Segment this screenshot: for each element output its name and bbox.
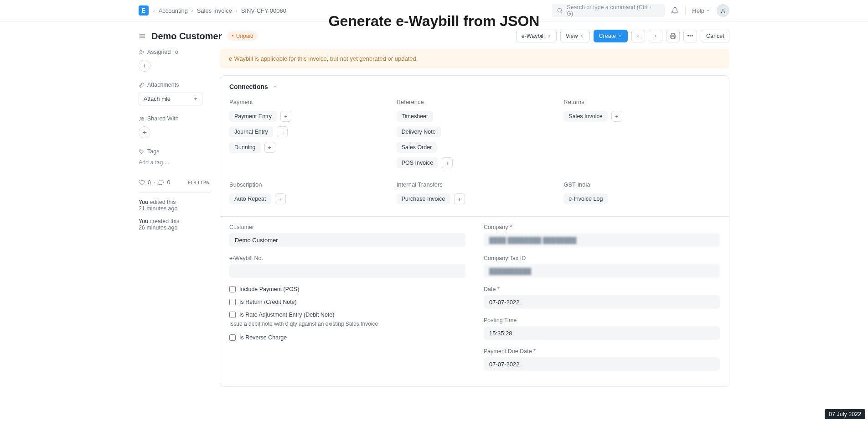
shared-with-label: Shared With bbox=[139, 115, 210, 122]
connection-chip[interactable]: Journal Entry bbox=[229, 126, 273, 137]
view-dropdown[interactable]: View bbox=[560, 30, 590, 42]
connection-group-title: GST India bbox=[563, 181, 720, 188]
breadcrumb-doc-id[interactable]: SINV-CFY-00060 bbox=[241, 7, 286, 14]
connection-group: GST Indiae-Invoice Log bbox=[563, 181, 720, 209]
connection-add-button[interactable]: + bbox=[611, 111, 622, 122]
cancel-button[interactable]: Cancel bbox=[701, 30, 729, 42]
connection-chip[interactable]: Auto Repeat bbox=[229, 193, 271, 204]
page-title: Demo Customer bbox=[151, 31, 222, 42]
connection-chip[interactable]: Delivery Note bbox=[397, 126, 441, 137]
connection-chip[interactable]: Sales Order bbox=[397, 142, 437, 153]
ewaybill-no-field[interactable] bbox=[229, 264, 465, 278]
heart-icon[interactable] bbox=[139, 179, 145, 186]
tag-icon bbox=[139, 149, 145, 155]
chevron-down-icon bbox=[706, 8, 710, 13]
history-entry: You edited this21 minutes ago bbox=[139, 199, 210, 212]
chevron-right-icon bbox=[653, 33, 658, 39]
status-badge: Unpaid bbox=[227, 31, 258, 41]
is-reverse-charge-checkbox[interactable] bbox=[229, 334, 236, 341]
connection-chip[interactable]: Timesheet bbox=[397, 111, 433, 122]
is-return-checkbox[interactable] bbox=[229, 299, 236, 305]
connection-group: PaymentPayment Entry+Journal Entry+Dunni… bbox=[229, 99, 386, 173]
payment-due-date-field[interactable]: 07-07-2022 bbox=[484, 357, 720, 371]
rate-adjustment-helper: Issue a debit note with 0 qty against an… bbox=[229, 321, 465, 327]
sidebar-toggle-icon[interactable] bbox=[139, 32, 146, 40]
global-search[interactable]: Search or type a command (Ctrl + G) bbox=[552, 4, 665, 17]
connection-group: ReferenceTimesheetDelivery NoteSales Ord… bbox=[397, 99, 553, 173]
connection-add-button[interactable]: + bbox=[442, 157, 453, 168]
connection-chip[interactable]: e-Invoice Log bbox=[563, 193, 608, 204]
svg-rect-5 bbox=[672, 36, 675, 39]
alert-banner: e-Waybill is applicable for this invoice… bbox=[220, 49, 729, 68]
notifications-icon[interactable] bbox=[671, 7, 679, 15]
connection-chip[interactable]: Dunning bbox=[229, 142, 261, 153]
company-field[interactable]: ████ ████████ ████████ bbox=[484, 233, 720, 247]
breadcrumb-accounting[interactable]: Accounting bbox=[159, 7, 188, 14]
include-payment-label: Include Payment (POS) bbox=[239, 286, 299, 292]
chevron-up-icon bbox=[273, 84, 278, 89]
connection-group: ReturnsSales Invoice+ bbox=[563, 99, 720, 173]
connection-group-title: Payment bbox=[229, 99, 386, 105]
connection-chip[interactable]: POS Invoice bbox=[397, 157, 438, 168]
company-tax-id-field[interactable]: ██████████ bbox=[484, 264, 720, 278]
brand-logo[interactable]: E bbox=[139, 5, 149, 16]
add-share-button[interactable]: + bbox=[139, 126, 150, 138]
connection-chip[interactable]: Sales Invoice bbox=[563, 111, 607, 122]
date-field[interactable]: 07-07-2022 bbox=[484, 295, 720, 309]
ewaybill-dropdown[interactable]: e-Waybill bbox=[516, 30, 557, 42]
connection-chip[interactable]: Payment Entry bbox=[229, 111, 277, 122]
chevron-right-icon: › bbox=[236, 8, 238, 13]
follow-button[interactable]: FOLLOW bbox=[188, 180, 210, 185]
svg-point-0 bbox=[558, 8, 562, 12]
history-list: You edited this21 minutes agoYou created… bbox=[139, 199, 210, 231]
assigned-to-label: Assigned To bbox=[139, 49, 210, 55]
breadcrumb-sales-invoice[interactable]: Sales Invoice bbox=[197, 7, 232, 14]
is-return-label: Is Return (Credit Note) bbox=[239, 299, 297, 305]
payment-due-date-label: Payment Due Date * bbox=[484, 348, 720, 354]
printer-icon bbox=[670, 33, 676, 39]
page-sidebar: Assigned To + Attachments Attach File + … bbox=[139, 49, 220, 387]
divider bbox=[139, 192, 210, 193]
divider bbox=[685, 6, 686, 15]
connection-chip[interactable]: Purchase Invoice bbox=[397, 193, 450, 204]
user-plus-icon bbox=[139, 49, 145, 55]
tag-input[interactable]: Add a tag ... bbox=[139, 159, 210, 166]
svg-point-10 bbox=[142, 117, 144, 119]
connection-add-button[interactable]: + bbox=[264, 142, 275, 153]
company-label: Company * bbox=[484, 224, 720, 230]
card: Connections PaymentPayment Entry+Journal… bbox=[220, 75, 729, 387]
user-avatar[interactable]: A bbox=[717, 4, 729, 17]
posting-time-field[interactable]: 15:35:28 bbox=[484, 326, 720, 340]
is-reverse-charge-label: Is Reverse Charge bbox=[239, 334, 287, 341]
date-label: Date * bbox=[484, 286, 720, 292]
connection-add-button[interactable]: + bbox=[277, 126, 288, 137]
more-button[interactable]: ••• bbox=[683, 30, 697, 42]
connection-add-button[interactable]: + bbox=[454, 193, 465, 204]
next-button[interactable] bbox=[649, 30, 662, 42]
attach-file-button[interactable]: Attach File + bbox=[139, 93, 202, 105]
prev-button[interactable] bbox=[631, 30, 645, 42]
svg-point-9 bbox=[140, 117, 141, 119]
customer-field[interactable]: Demo Customer bbox=[229, 233, 465, 247]
ewaybill-no-label: e-Waybill No. bbox=[229, 255, 465, 261]
connection-group: Internal TransfersPurchase Invoice+ bbox=[397, 181, 553, 209]
create-dropdown[interactable]: Create bbox=[594, 30, 628, 42]
connection-group: SubscriptionAuto Repeat+ bbox=[229, 181, 386, 209]
select-icon bbox=[547, 33, 551, 39]
connection-add-button[interactable]: + bbox=[275, 193, 286, 204]
chevron-right-icon: › bbox=[153, 8, 155, 13]
connection-group-title: Subscription bbox=[229, 181, 386, 188]
paperclip-icon bbox=[139, 82, 145, 88]
connections-section: Connections PaymentPayment Entry+Journal… bbox=[220, 76, 729, 216]
comment-icon[interactable] bbox=[158, 179, 164, 186]
add-assignee-button[interactable]: + bbox=[139, 60, 150, 72]
is-rate-adjustment-label: Is Rate Adjustment Entry (Debit Note) bbox=[239, 312, 334, 318]
connections-header[interactable]: Connections bbox=[229, 83, 720, 90]
include-payment-checkbox[interactable] bbox=[229, 286, 236, 292]
help-dropdown[interactable]: Help bbox=[692, 7, 710, 14]
print-button[interactable] bbox=[666, 30, 680, 42]
svg-line-1 bbox=[561, 12, 563, 13]
history-entry: You created this26 minutes ago bbox=[139, 218, 210, 231]
is-rate-adjustment-checkbox[interactable] bbox=[229, 312, 236, 318]
connection-add-button[interactable]: + bbox=[280, 111, 291, 122]
